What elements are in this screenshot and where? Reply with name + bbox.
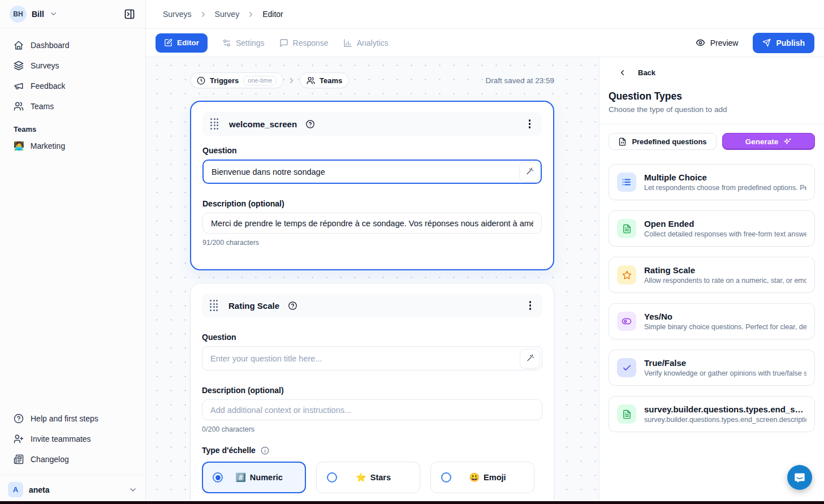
megaphone-icon <box>14 81 24 91</box>
teams-chip[interactable]: Teams <box>300 72 349 88</box>
question-card-header: Rating Scale <box>202 294 542 317</box>
eye-icon <box>696 38 705 48</box>
type-name: survey.builder.questions.types.end_scr..… <box>644 404 806 414</box>
question-label: Question <box>202 333 542 342</box>
question-title-input[interactable] <box>202 160 542 184</box>
type-name: Rating Scale <box>644 265 806 275</box>
type-description: Simple binary choice questions. Perfect … <box>644 323 806 331</box>
question-description-input[interactable] <box>202 399 542 420</box>
type-name: Yes/No <box>644 312 806 321</box>
sidebar-item-help[interactable]: Help and first steps <box>7 409 139 428</box>
type-card-multiple-choice[interactable]: Multiple Choice Let respondents choose f… <box>609 164 815 200</box>
scale-option-numeric[interactable]: #️⃣ Numeric <box>202 462 306 493</box>
tab-response[interactable]: Response <box>279 38 329 48</box>
type-card-yes-no[interactable]: Yes/No Simple binary choice questions. P… <box>609 303 815 339</box>
collapse-sidebar-button[interactable] <box>121 6 138 23</box>
tab-editor[interactable]: Editor <box>156 33 208 53</box>
bar-chart-icon <box>343 38 352 48</box>
sidebar-item-surveys[interactable]: Surveys <box>7 56 139 75</box>
file-code-icon <box>618 137 627 146</box>
chat-bubble-icon <box>793 471 806 484</box>
publish-button[interactable]: Publish <box>753 33 814 53</box>
help-circle-icon[interactable] <box>288 301 297 311</box>
char-count: 0/200 characters <box>202 425 542 433</box>
type-card-rating-scale[interactable]: Rating Scale Allow respondents to rate o… <box>609 257 815 293</box>
tab-analytics[interactable]: Analytics <box>343 38 389 48</box>
sidebar-item-dashboard[interactable]: Dashboard <box>7 36 139 55</box>
sidebar-item-changelog[interactable]: Changelog <box>7 450 139 469</box>
sidebar-item-label: Feedback <box>31 81 65 91</box>
breadcrumb: Surveys Survey Editor <box>146 0 824 29</box>
chevron-right-icon <box>287 76 296 85</box>
sidebar: BH Bill Dashboard Surveys Feedback <box>0 0 146 504</box>
question-card-welcome-screen[interactable]: welcome_screen Question <box>190 101 554 270</box>
type-card-true-false[interactable]: True/False Verify knowledge or gather op… <box>609 350 815 386</box>
predefined-questions-button[interactable]: Predefined questions <box>609 133 717 150</box>
chevron-down-icon <box>49 10 58 18</box>
preview-button[interactable]: Preview <box>696 38 739 48</box>
scale-option-stars[interactable]: ⭐ Stars <box>316 462 420 493</box>
type-description: Allow respondents to rate on a numeric, … <box>644 277 806 285</box>
file-text-icon <box>617 219 636 238</box>
back-button[interactable]: Back <box>609 68 815 77</box>
question-card-title: Rating Scale <box>228 301 279 311</box>
star-emoji-icon: ⭐ <box>356 472 366 483</box>
drag-handle-icon[interactable] <box>210 300 218 311</box>
type-card-open-ended[interactable]: Open Ended Collect detailed responses wi… <box>609 210 815 247</box>
generate-button[interactable]: Generate <box>722 133 815 150</box>
type-name: Open Ended <box>644 219 806 229</box>
scale-option-label: Emoji <box>484 473 506 482</box>
tab-settings[interactable]: Settings <box>222 38 265 48</box>
chevron-right-icon <box>199 10 208 19</box>
sidebar-item-teams[interactable]: Teams <box>7 97 139 116</box>
sidebar-item-marketing[interactable]: 🧑‍💻 Marketing <box>7 136 139 156</box>
survey-canvas: Triggers one-time Teams Draft saved at 2… <box>146 57 599 504</box>
card-menu-icon[interactable] <box>525 117 534 131</box>
sidebar-item-invite[interactable]: Invite teammates <box>7 429 139 449</box>
breadcrumb-editor: Editor <box>262 10 283 19</box>
breadcrumb-survey[interactable]: Survey <box>215 10 240 19</box>
drag-handle-icon[interactable] <box>210 118 218 130</box>
info-icon[interactable] <box>261 446 269 455</box>
canvas-meta-row: Triggers one-time Teams Draft saved at 2… <box>190 72 554 88</box>
chat-launcher-button[interactable] <box>787 465 812 490</box>
radio-icon[interactable] <box>327 472 337 483</box>
scale-option-label: Numeric <box>250 473 283 482</box>
sidebar-item-label: Help and first steps <box>31 414 98 423</box>
type-name: True/False <box>644 358 806 368</box>
scale-type-options: #️⃣ Numeric ⭐ Stars <box>202 462 542 493</box>
help-circle-icon[interactable] <box>305 119 315 129</box>
sidebar-item-feedback[interactable]: Feedback <box>7 76 139 96</box>
type-card-end-screen[interactable]: survey.builder.questions.types.end_scr..… <box>609 396 815 432</box>
sidebar-item-label: Changelog <box>31 455 69 464</box>
smiley-emoji-icon: 😃 <box>469 472 480 483</box>
breadcrumb-surveys[interactable]: Surveys <box>163 10 192 19</box>
question-card-rating-scale[interactable]: Rating Scale Question De <box>190 283 554 504</box>
pencil-square-icon <box>164 38 172 47</box>
type-description: Collect detailed responses with free-for… <box>644 230 806 238</box>
type-description: Verify knowledge or gather opinions with… <box>644 369 806 377</box>
predefined-questions-label: Predefined questions <box>632 137 706 146</box>
question-description-input[interactable] <box>202 213 542 234</box>
sidebar-item-label: Dashboard <box>31 41 70 50</box>
magic-wand-icon[interactable] <box>519 162 540 182</box>
workspace-switcher[interactable]: BH Bill <box>0 0 145 28</box>
sidebar-item-label: Invite teammates <box>31 434 91 443</box>
question-title-input[interactable] <box>202 346 542 371</box>
description-label: Description (optional) <box>202 386 542 395</box>
question-types-panel: Back Question Types Choose the type of q… <box>599 57 824 504</box>
account-menu[interactable]: A aneta <box>0 475 145 504</box>
radio-selected-icon[interactable] <box>213 472 223 483</box>
card-menu-icon[interactable] <box>526 299 535 312</box>
magic-wand-icon[interactable] <box>520 348 540 368</box>
chevron-down-icon <box>128 485 137 494</box>
back-label: Back <box>638 68 655 77</box>
home-icon <box>14 40 24 50</box>
tab-label: Response <box>293 38 329 48</box>
char-count: 91/200 characters <box>202 239 542 247</box>
bottom-edge-strip <box>0 501 824 504</box>
send-icon <box>762 38 771 47</box>
triggers-chip[interactable]: Triggers one-time <box>190 72 283 88</box>
scale-option-emoji[interactable]: 😃 Emoji <box>430 462 534 493</box>
radio-icon[interactable] <box>441 472 451 483</box>
